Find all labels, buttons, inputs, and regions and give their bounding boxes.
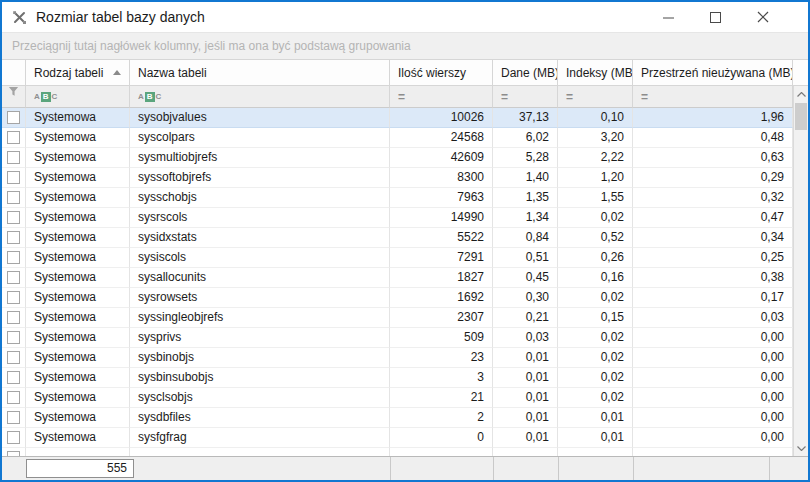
row-checkbox[interactable] xyxy=(7,111,20,124)
column-header-unused-mb[interactable]: Przestrzeń nieużywana (MB) xyxy=(633,60,793,86)
cell-data-mb[interactable]: 0,03 xyxy=(493,328,558,348)
cell-row-count[interactable]: 1827 xyxy=(390,268,493,288)
row-checkbox[interactable] xyxy=(7,291,20,304)
cell-data-mb[interactable]: 0,01 xyxy=(493,428,558,448)
table-row[interactable]: Systemowasysobjvalues1002637,130,101,96 xyxy=(2,108,793,128)
cell-data-mb[interactable]: 0,51 xyxy=(493,248,558,268)
cell-indexes-mb[interactable]: 0,01 xyxy=(558,428,633,448)
title-bar[interactable]: Rozmiar tabel bazy danych xyxy=(2,2,808,32)
table-row[interactable]: Systemowasysrowsets16920,300,020,17 xyxy=(2,288,793,308)
cell-data-mb[interactable]: 0,01 xyxy=(493,368,558,388)
row-checkbox[interactable] xyxy=(7,331,20,344)
cell-unused-mb[interactable]: 0,38 xyxy=(633,268,793,288)
row-checkbox[interactable] xyxy=(7,351,20,364)
cell-indexes-mb[interactable]: 0,02 xyxy=(558,368,633,388)
scroll-up-button[interactable] xyxy=(794,86,808,102)
cell-unused-mb[interactable]: 0,47 xyxy=(633,208,793,228)
filter-cell-data-mb[interactable]: = xyxy=(493,86,558,108)
cell-unused-mb[interactable]: 0,00 xyxy=(633,368,793,388)
cell-data-mb[interactable]: 0,01 xyxy=(493,408,558,428)
cell-row-count[interactable]: 1692 xyxy=(390,288,493,308)
cell-type[interactable]: Systemowa xyxy=(26,308,130,328)
column-header-row-count[interactable]: Ilość wierszy xyxy=(390,60,493,86)
table-row[interactable]: Systemowasysfgfrag00,010,010,00 xyxy=(2,428,793,448)
close-button[interactable] xyxy=(739,2,786,32)
cell-data-mb[interactable]: 0,45 xyxy=(493,268,558,288)
cell-type[interactable]: Systemowa xyxy=(26,428,130,448)
cell-name[interactable]: sysallocunits xyxy=(130,268,390,288)
cell-type[interactable]: Systemowa xyxy=(26,348,130,368)
table-row[interactable]: Systemowasysrscols149901,340,020,47 xyxy=(2,208,793,228)
cell-type[interactable]: Systemowa xyxy=(26,168,130,188)
cell-row-count[interactable]: 14990 xyxy=(390,208,493,228)
cell-indexes-mb[interactable]: 0,26 xyxy=(558,248,633,268)
cell-name[interactable]: syssingleobjrefs xyxy=(130,308,390,328)
cell-unused-mb[interactable]: 1,96 xyxy=(633,108,793,128)
cell-data-mb[interactable]: 1,35 xyxy=(493,188,558,208)
column-header-type[interactable]: Rodzaj tabeli xyxy=(26,60,130,86)
table-row[interactable]: Systemowasysdbfiles20,010,010,00 xyxy=(2,408,793,428)
cell-type[interactable]: Systemowa xyxy=(26,388,130,408)
table-row[interactable]: Systemowasysidxstats55220,840,520,34 xyxy=(2,228,793,248)
row-checkbox[interactable] xyxy=(7,371,20,384)
cell-data-mb[interactable]: 0,30 xyxy=(493,288,558,308)
cell-unused-mb[interactable]: 0,03 xyxy=(633,308,793,328)
cell-data-mb[interactable]: 1,34 xyxy=(493,208,558,228)
cell-type[interactable]: Systemowa xyxy=(26,188,130,208)
scrollbar-thumb[interactable] xyxy=(795,103,807,130)
cell-row-count[interactable]: 3 xyxy=(390,368,493,388)
cell-data-mb[interactable]: 0,21 xyxy=(493,308,558,328)
row-checkbox[interactable] xyxy=(7,311,20,324)
cell-indexes-mb[interactable]: 1,55 xyxy=(558,188,633,208)
cell-name[interactable]: sysmultiobjrefs xyxy=(130,148,390,168)
cell-unused-mb[interactable]: 0,00 xyxy=(633,408,793,428)
maximize-button[interactable] xyxy=(692,2,739,32)
cell-indexes-mb[interactable]: 0,02 xyxy=(558,208,633,228)
cell-unused-mb[interactable]: 0,00 xyxy=(633,348,793,368)
row-checkbox[interactable] xyxy=(7,411,20,424)
column-header-indexes-mb[interactable]: Indeksy (MB) xyxy=(558,60,633,86)
cell-unused-mb[interactable]: 0,25 xyxy=(633,248,793,268)
row-checkbox[interactable] xyxy=(7,211,20,224)
cell-row-count[interactable]: 8300 xyxy=(390,168,493,188)
cell-row-count[interactable]: 23 xyxy=(390,348,493,368)
cell-row-count[interactable]: 10026 xyxy=(390,108,493,128)
cell-row-count[interactable]: 0 xyxy=(390,428,493,448)
cell-indexes-mb[interactable]: 0,15 xyxy=(558,308,633,328)
cell-name[interactable]: sysbinsubobjs xyxy=(130,368,390,388)
cell-name[interactable]: sysbinobjs xyxy=(130,348,390,368)
cell-indexes-mb[interactable]: 0,02 xyxy=(558,388,633,408)
table-row[interactable]: Systemowasysiscols72910,510,260,25 xyxy=(2,248,793,268)
filter-cell-row-count[interactable]: = xyxy=(390,86,493,108)
cell-indexes-mb[interactable]: 0,01 xyxy=(558,408,633,428)
filter-cell-name[interactable]: ABC xyxy=(130,86,390,108)
cell-name[interactable]: sysprivs xyxy=(130,328,390,348)
row-checkbox[interactable] xyxy=(7,171,20,184)
cell-name[interactable]: sysrscols xyxy=(130,208,390,228)
cell-type[interactable]: Systemowa xyxy=(26,408,130,428)
table-row[interactable]: Systemowasysschobjs79631,351,550,32 xyxy=(2,188,793,208)
cell-indexes-mb[interactable]: 0,10 xyxy=(558,108,633,128)
cell-name[interactable]: sysobjvalues xyxy=(130,108,390,128)
cell-name[interactable]: sysdbfiles xyxy=(130,408,390,428)
cell-name[interactable]: syscolpars xyxy=(130,128,390,148)
cell-name[interactable]: sysiscols xyxy=(130,248,390,268)
cell-data-mb[interactable]: 6,02 xyxy=(493,128,558,148)
cell-unused-mb[interactable]: 0,00 xyxy=(633,388,793,408)
cell-unused-mb[interactable]: 0,00 xyxy=(633,428,793,448)
cell-indexes-mb[interactable]: 2,22 xyxy=(558,148,633,168)
table-row[interactable]: Systemowasysallocunits18270,450,160,38 xyxy=(2,268,793,288)
cell-indexes-mb[interactable]: 3,20 xyxy=(558,128,633,148)
row-checkbox[interactable] xyxy=(7,151,20,164)
cell-type[interactable]: Systemowa xyxy=(26,368,130,388)
cell-name[interactable]: sysschobjs xyxy=(130,188,390,208)
scroll-down-button[interactable] xyxy=(794,440,808,456)
row-checkbox[interactable] xyxy=(7,131,20,144)
filter-cell-indexes-mb[interactable]: = xyxy=(558,86,633,108)
table-row[interactable]: Systemowasysprivs5090,030,020,00 xyxy=(2,328,793,348)
cell-type[interactable]: Systemowa xyxy=(26,328,130,348)
column-header-name[interactable]: Nazwa tabeli xyxy=(130,60,390,86)
table-row[interactable]: Systemowasysbinsubobjs30,010,020,00 xyxy=(2,368,793,388)
table-row[interactable]: Systemowasysclsobjs210,010,020,00 xyxy=(2,388,793,408)
cell-data-mb[interactable]: 1,40 xyxy=(493,168,558,188)
